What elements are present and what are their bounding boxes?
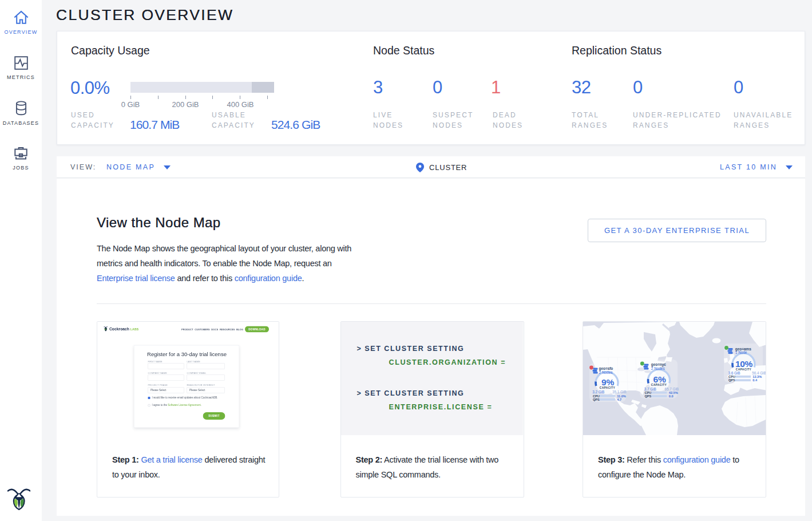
svg-text:CAPACITY: CAPACITY <box>600 386 616 389</box>
svg-text:2 Nodes: 2 Nodes <box>651 366 665 370</box>
svg-text:11.0%: 11.0% <box>617 394 626 398</box>
svg-text:QPS: QPS <box>645 394 652 398</box>
svg-text:CAPACITY: CAPACITY <box>651 384 667 386</box>
svg-text:QPS: QPS <box>593 398 600 401</box>
svg-text:4.7: 4.7 <box>617 398 621 401</box>
svg-text:12.3%: 12.3% <box>752 375 762 378</box>
svg-text:3.6 GiB: 3.6 GiB <box>728 371 740 375</box>
svg-text:6%: 6% <box>653 374 666 384</box>
svg-text:9%: 9% <box>601 377 614 387</box>
svg-text:0.4: 0.4 <box>752 378 758 382</box>
svg-text:CPU: CPU <box>645 391 652 394</box>
svg-text:0.0: 0.0 <box>669 394 674 398</box>
svg-text:3.2 GiB: 3.2 GiB <box>592 390 604 394</box>
svg-text:1 Node: 1 Node <box>735 350 747 354</box>
svg-text:56.4 GiB: 56.4 GiB <box>752 371 766 375</box>
svg-text:42.5%: 42.5% <box>669 391 678 394</box>
svg-text:2 Nodes: 2 Nodes <box>599 370 613 374</box>
svg-text:65.7 GiB: 65.7 GiB <box>665 387 679 391</box>
svg-text:QPS: QPS <box>728 378 735 382</box>
svg-text:CPU: CPU <box>728 375 735 378</box>
svg-text:3.7 GiB: 3.7 GiB <box>644 387 656 391</box>
svg-text:CPU: CPU <box>593 394 600 398</box>
svg-text:35.1 GiB: 35.1 GiB <box>612 390 627 394</box>
svg-text:10%: 10% <box>735 359 753 369</box>
